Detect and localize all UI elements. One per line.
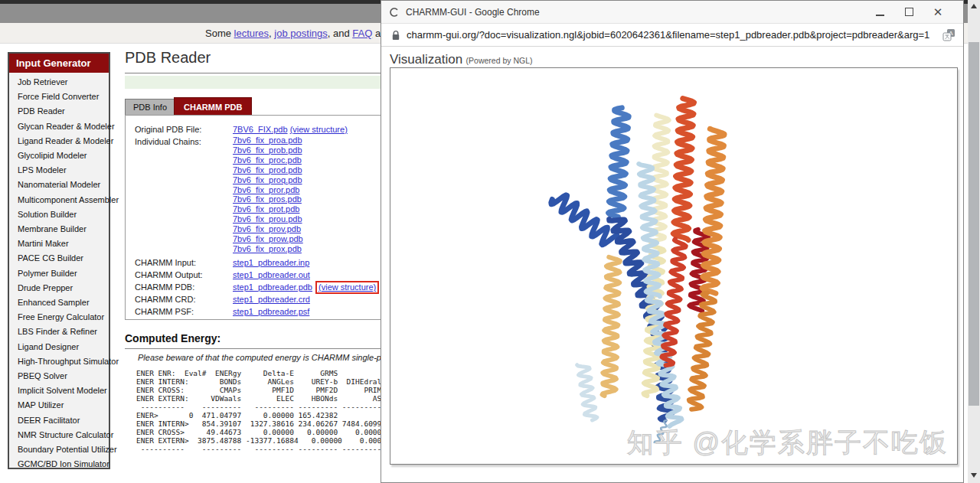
sidebar-item-force-field-converter[interactable]: Force Field Converter: [9, 90, 109, 104]
sidebar-item-lps-modeler[interactable]: LPS Modeler: [9, 163, 109, 178]
chain-file-link[interactable]: 7bv6_fix_prow.pdb: [233, 234, 303, 243]
chain-file-link[interactable]: 7bv6_fix_proc.pdb: [233, 155, 302, 165]
helix-ribbon: [673, 99, 694, 240]
lectures-link[interactable]: lectures: [234, 28, 270, 39]
chain-file-link[interactable]: 7bv6_fix_prox.pdb: [233, 244, 302, 253]
helix-ribbon: [702, 129, 724, 293]
sidebar-item-gcmc-bd-ion-simulator[interactable]: GCMC/BD Ion Simulator: [9, 457, 109, 472]
charmm-gui-favicon: [389, 7, 400, 18]
energy-table: ENER ENR: Eval# ENERgy Delta-E GRMS ENER…: [136, 369, 386, 453]
chain-file-link[interactable]: 7bv6_fix_prod.pdb: [233, 165, 302, 175]
scroll-down-button[interactable]: [968, 469, 980, 481]
file-link[interactable]: step1_pdbreader.crd: [233, 295, 310, 304]
sidebar-item-solution-builder[interactable]: Solution Builder: [9, 207, 109, 222]
sidebar-item-boundary-potential-utilizer[interactable]: Boundary Potential Utilizer: [9, 442, 109, 457]
scroll-up-icon: [971, 4, 977, 8]
sidebar-item-pbeq-solver[interactable]: PBEQ Solver: [9, 369, 109, 383]
chain-file-link[interactable]: 7bv6_fix_proa.pdb: [233, 135, 302, 145]
sidebar-item-pdb-reader[interactable]: PDB Reader: [9, 104, 109, 119]
sidebar-items: Job RetrieverForce Field ConverterPDB Re…: [9, 73, 109, 472]
sidebar-item-martini-maker[interactable]: Martini Maker: [9, 237, 109, 251]
announcement-sep2: , and: [328, 28, 353, 39]
chain-links: 7bv6_fix_proa.pdb7bv6_fix_prob.pdb7bv6_f…: [233, 135, 303, 254]
file-link[interactable]: step1_pdbreader.psf: [233, 307, 309, 316]
individual-chains-label: Individual Chains:: [135, 135, 233, 254]
original-pdb-label: Original PDB File:: [135, 123, 233, 135]
sidebar-title: Input Generator: [9, 54, 109, 73]
close-button[interactable]: ✕: [923, 8, 952, 16]
sidebar-item-map-utilizer[interactable]: MAP Utilizer: [9, 398, 109, 413]
maximize-button[interactable]: [894, 5, 923, 19]
chain-file-link[interactable]: 7bv6_fix_prou.pdb: [233, 214, 302, 224]
scroll-up-button[interactable]: [968, 0, 980, 12]
sidebar-item-ligand-designer[interactable]: Ligand Designer: [9, 340, 109, 354]
minimize-icon: [876, 15, 884, 16]
job-postings-link[interactable]: job postings: [274, 28, 327, 39]
chain-file-link[interactable]: 7bv6_fix_pror.pdb: [233, 185, 299, 194]
sidebar-item-free-energy-calculator[interactable]: Free Energy Calculator: [9, 310, 109, 325]
molecule-svg: [390, 68, 957, 464]
sidebar-item-pace-cg-builder[interactable]: PACE CG Builder: [9, 251, 109, 266]
visualization-subtitle: (Powered by NGL): [466, 56, 533, 65]
zhihu-watermark: 知乎 @化学系胖子不吃饭: [627, 425, 948, 461]
helix-ribbon: [577, 365, 597, 420]
address-bar[interactable]: charmm-gui.org/?doc=visualization.ngl&jo…: [381, 24, 963, 47]
file-link[interactable]: step1_pdbreader.pdb: [233, 282, 312, 292]
sidebar-item-job-retriever[interactable]: Job Retriever: [9, 75, 109, 90]
file-link[interactable]: step1_pdbreader.inp: [233, 258, 309, 267]
sidebar-item-implicit-solvent-modeler[interactable]: Implicit Solvent Modeler: [9, 383, 109, 398]
view-structure-highlight-box: (view structure): [315, 281, 379, 294]
sidebar-item-glycan-reader-modeler[interactable]: Glycan Reader & Modeler: [9, 119, 109, 134]
chain-file-link[interactable]: 7bv6_fix_prob.pdb: [233, 145, 302, 155]
chain-file-link[interactable]: 7bv6_fix_pros.pdb: [233, 194, 302, 204]
window-titlebar[interactable]: CHARMM-GUI - Google Chrome ✕: [381, 1, 963, 24]
scroll-down-icon: [971, 473, 977, 478]
sidebar-item-multicomponent-assembler[interactable]: Multicomponent Assembler: [9, 193, 109, 207]
file-link[interactable]: step1_pdbreader.out: [233, 270, 310, 279]
faq-link[interactable]: FAQ: [352, 28, 372, 39]
input-generator-sidebar: Input Generator Job RetrieverForce Field…: [8, 52, 110, 469]
file-row-label: CHARMM Input:: [135, 256, 233, 269]
helix-ribbon: [609, 108, 629, 217]
sidebar-item-drude-prepper[interactable]: Drude Prepper: [9, 281, 109, 295]
ngl-viewer[interactable]: 知乎 @化学系胖子不吃饭: [390, 67, 958, 465]
minimize-button[interactable]: [865, 5, 894, 19]
original-view-structure-link[interactable]: (view structure): [290, 125, 348, 134]
sidebar-item-ligand-reader-modeler[interactable]: Ligand Reader & Modeler: [9, 134, 109, 148]
computed-energy-note: Please beware of that the computed energ…: [138, 353, 411, 362]
sidebar-item-polymer-builder[interactable]: Polymer Builder: [9, 266, 109, 281]
page-scrollbar[interactable]: [968, 0, 980, 483]
tab-pdb-info[interactable]: PDB Info: [125, 99, 175, 116]
sidebar-item-glycolipid-modeler[interactable]: Glycolipid Modeler: [9, 148, 109, 163]
sidebar-item-membrane-builder[interactable]: Membrane Builder: [9, 222, 109, 237]
file-row-label: CHARMM PSF:: [135, 305, 233, 318]
sidebar-item-deer-facilitator[interactable]: DEER Facilitator: [9, 413, 109, 428]
helix-ribbon: [603, 257, 620, 396]
visualization-title: Visualization: [390, 52, 462, 67]
file-row-label: CHARMM CRD:: [135, 293, 233, 305]
file-row-label: CHARMM PDB:: [135, 281, 233, 293]
announcement-prefix: Some: [205, 28, 234, 39]
tab-charmm-pdb[interactable]: CHARMM PDB: [174, 97, 252, 116]
chain-file-link[interactable]: 7bv6_fix_prov.pdb: [233, 224, 301, 233]
lock-icon: [391, 30, 400, 41]
scrollbar-thumb[interactable]: [969, 42, 979, 406]
view-structure-link[interactable]: (view structure): [318, 282, 376, 292]
sidebar-item-high-throughput-simulator[interactable]: High-Throughput Simulator: [9, 354, 109, 369]
sidebar-item-enhanced-sampler[interactable]: Enhanced Sampler: [9, 295, 109, 310]
sidebar-item-nanomaterial-modeler[interactable]: Nanomaterial Modeler: [9, 178, 109, 192]
chain-file-link[interactable]: 7bv6_fix_prot.pdb: [233, 204, 299, 214]
announcement-text: Some lectures, job postings, and FAQ are…: [205, 28, 410, 39]
chain-file-link[interactable]: 7bv6_fix_proq.pdb: [233, 175, 302, 184]
sidebar-item-lbs-finder-refiner[interactable]: LBS Finder & Refiner: [9, 325, 109, 339]
sidebar-item-nmr-structure-calculator[interactable]: NMR Structure Calculator: [9, 428, 109, 442]
maximize-icon: [905, 8, 913, 16]
original-pdb-link[interactable]: 7BV6_FIX.pdb: [233, 125, 288, 134]
window-title: CHARMM-GUI - Google Chrome: [406, 7, 865, 18]
url-text[interactable]: charmm-gui.org/?doc=visualization.ngl&jo…: [407, 29, 942, 41]
translate-icon[interactable]: A: [942, 28, 956, 41]
charmm-gui-popup-window: CHARMM-GUI - Google Chrome ✕ charmm-gui.…: [381, 0, 964, 483]
helix-ribbon: [662, 239, 685, 365]
file-row-label: CHARMM Output:: [135, 269, 233, 281]
